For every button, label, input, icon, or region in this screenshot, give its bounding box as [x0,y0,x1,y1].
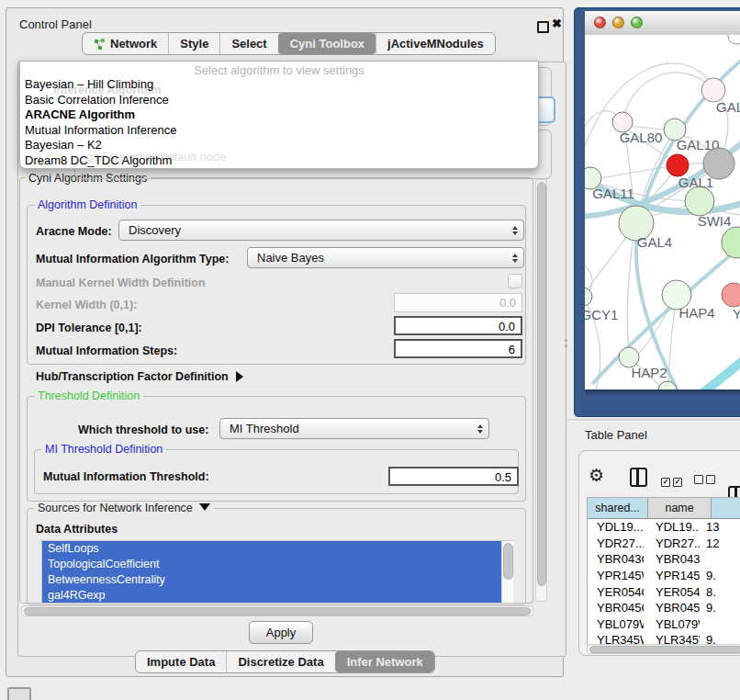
network-node-gal1[interactable] [685,186,714,216]
collapsed-panel-icon[interactable] [7,687,31,700]
table-cell: YDR27... [588,536,644,550]
attribute-item-topologicalcoefficient[interactable]: TopologicalCoefficient [42,557,505,572]
expand-right-icon[interactable] [236,371,243,382]
panel-splitter-handle[interactable] [565,339,567,347]
algorithm-dropdown: Inference Algorithm galFiltered.sif defa… [19,61,539,169]
table-row[interactable]: YPR145WYPR145W9. [588,568,740,584]
collapse-down-icon[interactable] [199,503,210,511]
column-browser-icon[interactable] [630,468,647,487]
network-edge[interactable] [595,165,674,179]
network-node[interactable] [728,35,740,44]
column-header-partial[interactable] [712,498,740,518]
table-panel-divider [567,419,740,422]
tab-select[interactable]: Select [219,33,277,54]
kernel-width-field: 0.0 [394,293,522,312]
table-row[interactable]: YDL19...YDL19...13 [588,519,740,536]
network-node[interactable] [722,227,740,258]
control-panel-tabbar: NetworkStyleSelectCyni ToolboxjActiveMNo… [82,32,496,55]
mi-algorithm-type-label: Mutual Information Algorithm Type: [36,253,229,265]
node-label-gal: GAL [716,99,740,115]
column-header-name[interactable]: name [648,498,712,518]
settings-horizontal-scrollbar[interactable] [21,605,533,616]
zoom-traffic-light-icon[interactable] [631,17,643,28]
node-label-swi4: SWI4 [698,213,732,229]
mi-algorithm-type-select[interactable]: Naive Bayes [247,247,524,268]
table-cell: 8. [700,585,734,599]
window-title: Control Panel [19,17,92,31]
algorithm-option-aracne-algorithm[interactable]: ARACNE Algorithm [20,107,538,123]
settings-vertical-scrollbar[interactable] [535,179,547,602]
algorithm-definition-title: Algorithm Definition [34,198,140,211]
node-label-gal11: GAL11 [592,186,634,201]
table-row[interactable]: YBR043CYBR043C [588,551,740,568]
tab-cyni-toolbox-label: Cyni Toolbox [290,37,364,51]
algorithm-option-basic-correlation-inference[interactable]: Basic Correlation Inference [20,93,538,108]
algorithm-option-mutual-information-inference[interactable]: Mutual Information Inference [20,123,538,139]
float-window-icon[interactable] [537,21,549,33]
table-row[interactable]: YDR27...YDR27...12 [588,536,740,552]
table-panel: ⚙ ✓✓ shared...name YDL19...YDL19...13YDR… [578,450,740,656]
tab-network[interactable]: Network [83,33,168,54]
table-cell: YBL079W [588,617,644,631]
network-node-y[interactable] [722,283,740,307]
dpi-tolerance-field[interactable]: 0.0 [394,316,522,335]
mi-steps-field[interactable]: 6 [394,339,522,358]
tab-discretize-data[interactable]: Discretize Data [226,651,334,672]
network-node[interactable] [667,154,689,176]
close-icon[interactable]: ✖ [552,17,562,30]
manual-kernel-width-checkbox[interactable] [508,274,522,288]
network-edge[interactable] [623,73,713,118]
hub-definition-label[interactable]: Hub/Transcription Factor Definition [36,370,243,383]
node-label-y: Y [733,306,740,322]
tab-cyni-toolbox[interactable]: Cyni Toolbox [278,33,376,54]
select-all-icon[interactable]: ✓✓ [661,471,682,488]
sources-title[interactable]: Sources for Network Inference [34,502,214,514]
gear-icon[interactable]: ⚙ [589,467,604,484]
tab-impute-data-label: Impute Data [147,655,215,669]
network-node-gcy1[interactable] [585,288,592,306]
column-header-shared-[interactable]: shared... [588,498,648,518]
table-cell: YBR045C [644,601,700,615]
table-row[interactable]: YBL079WYBL079W [588,616,740,633]
algorithm-option-bayesian-k2[interactable]: Bayesian – K2 [20,138,538,153]
minimize-traffic-light-icon[interactable] [612,17,624,28]
table-cell: YPR145W [588,569,644,582]
attributes-scrollbar[interactable] [501,541,513,603]
node-label-hap2: HAP2 [631,365,667,380]
node-label-hap4: HAP4 [678,305,714,321]
mi-threshold-label: Mutual Information Threshold: [43,470,209,483]
network-icon [94,38,106,51]
which-threshold-value: MI Threshold [220,422,472,435]
tab-impute-data[interactable]: Impute Data [136,651,226,672]
algorithm-option-dream8-dc-tdc-algorithm[interactable]: Dream8 DC_TDC Algorithm [20,153,538,169]
tab-style[interactable]: Style [168,33,219,54]
attribute-item-betweennesscentrality[interactable]: BetweennessCentrality [42,572,505,588]
table-row[interactable]: YBR045CYBR045C9. [588,600,740,616]
table-horizontal-scrollbar[interactable] [587,644,740,654]
table-cell: 13 [700,520,734,534]
table-cell: YBR045C [588,601,644,615]
which-threshold-select[interactable]: MI Threshold [219,418,489,439]
attribute-item-selfloops[interactable]: SelfLoops [42,541,505,557]
table-cell: YER054C [588,585,644,599]
tab-infer-network[interactable]: Infer Network [335,651,434,672]
network-edge[interactable] [627,231,634,351]
deselect-all-icon[interactable] [694,471,715,488]
apply-button[interactable]: Apply [249,621,313,644]
network-canvas[interactable]: GALGAL80GAL10GAL1GAL11SWI4GAL4GCY1HAP4YH… [585,35,740,390]
table-row[interactable]: YER054CYER054C8. [588,583,740,600]
mi-threshold-field[interactable]: 0.5 [388,467,519,486]
data-attributes-label: Data Attributes [36,523,118,536]
attribute-item-gal4rgexp[interactable]: gal4RGexp [42,588,505,604]
tab-jactivemnodules[interactable]: jActiveMNodules [376,33,495,54]
close-traffic-light-icon[interactable] [594,17,606,28]
network-edge[interactable] [688,355,740,390]
aracne-mode-select[interactable]: Discovery [118,220,524,241]
algorithm-option-bayesian-hill-climbing[interactable]: Bayesian – Hill Climbing [20,77,538,93]
data-attributes-list[interactable]: SelfLoopsTopologicalCoefficientBetweenne… [41,540,513,604]
node-label-gcy1: GCY1 [585,307,618,322]
tab-jactivemnodules-label: jActiveMNodules [387,37,484,51]
table-cell: YDL19... [644,520,700,534]
network-window-titlebar[interactable] [585,11,740,36]
node-table[interactable]: shared...name YDL19...YDL19...13YDR27...… [587,497,740,646]
